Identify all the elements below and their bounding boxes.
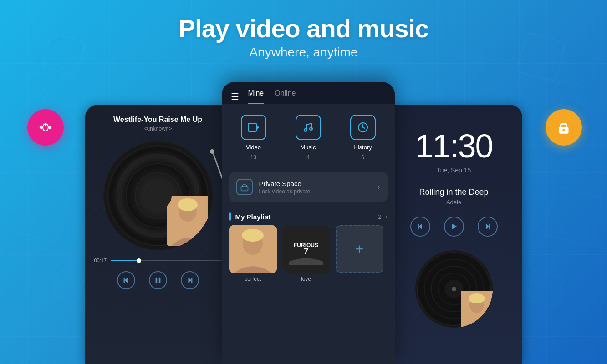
phones-container: Westlife-You Raise Me Up <unknown> bbox=[76, 82, 531, 364]
gesture-float-icon[interactable] bbox=[27, 109, 64, 146]
right-play-button[interactable] bbox=[444, 217, 464, 237]
playlist-chevron-icon[interactable]: › bbox=[385, 213, 388, 220]
svg-rect-19 bbox=[248, 123, 256, 131]
svg-marker-34 bbox=[486, 224, 489, 230]
lock-float-icon[interactable] bbox=[546, 109, 582, 146]
music-label: Music bbox=[301, 144, 316, 151]
video-count: 13 bbox=[250, 154, 256, 161]
svg-point-41 bbox=[452, 287, 456, 291]
svg-text:7: 7 bbox=[303, 247, 308, 256]
history-icon bbox=[357, 121, 369, 134]
right-artist: Adele bbox=[386, 199, 522, 206]
pause-icon bbox=[154, 276, 162, 284]
video-section[interactable]: Video 13 bbox=[241, 115, 266, 161]
gesture-icon bbox=[37, 119, 54, 136]
svg-marker-31 bbox=[418, 224, 422, 230]
playlist-item-img-love: FURIOUS 7 bbox=[282, 225, 330, 273]
center-tabs: Mine Online bbox=[248, 89, 386, 104]
left-phone: Westlife-You Raise Me Up <unknown> bbox=[85, 105, 231, 364]
lock-icon bbox=[555, 119, 572, 136]
history-section[interactable]: History 6 bbox=[350, 115, 376, 161]
svg-point-12 bbox=[178, 198, 198, 211]
right-time: 11:30 bbox=[386, 105, 522, 165]
svg-point-9 bbox=[155, 193, 161, 198]
svg-point-21 bbox=[304, 129, 307, 131]
right-next-button[interactable] bbox=[478, 217, 498, 237]
history-label: History bbox=[353, 144, 372, 151]
svg-point-3 bbox=[562, 129, 565, 131]
left-song-artist: <unknown> bbox=[85, 126, 231, 132]
private-lock-icon bbox=[236, 179, 253, 195]
svg-point-27 bbox=[242, 229, 264, 242]
playlist-item-add[interactable]: + bbox=[336, 225, 383, 282]
playlist-title: My Playlist bbox=[235, 213, 378, 221]
perfect-img bbox=[229, 225, 277, 273]
music-count: 4 bbox=[306, 154, 310, 161]
private-subtitle: Lock video as private bbox=[259, 188, 372, 195]
svg-marker-13 bbox=[124, 278, 128, 283]
svg-rect-24 bbox=[241, 187, 248, 191]
svg-rect-15 bbox=[155, 278, 157, 283]
lock-icon-small bbox=[240, 182, 249, 192]
video-icon-circle bbox=[241, 115, 266, 140]
music-section[interactable]: Music 4 bbox=[296, 115, 321, 161]
music-icon bbox=[302, 121, 315, 134]
media-icons-row: Video 13 Music 4 bbox=[222, 104, 395, 168]
left-pause-button[interactable] bbox=[149, 271, 167, 289]
left-controls bbox=[85, 267, 231, 294]
love-label: love bbox=[282, 276, 330, 282]
svg-point-44 bbox=[469, 293, 485, 303]
right-vinyl bbox=[415, 250, 493, 328]
right-play-icon bbox=[450, 222, 458, 231]
add-icon: + bbox=[336, 225, 383, 273]
tab-online[interactable]: Online bbox=[275, 89, 296, 104]
left-prev-button[interactable] bbox=[117, 271, 135, 289]
playlist-add-btn[interactable]: + bbox=[336, 225, 383, 273]
prev-icon bbox=[122, 276, 130, 284]
right-date: Tue, Sep 15 bbox=[386, 167, 522, 174]
svg-marker-20 bbox=[257, 126, 259, 129]
left-progress-track[interactable] bbox=[111, 260, 221, 261]
private-chevron-icon: › bbox=[377, 183, 380, 191]
left-time: 00:17 bbox=[94, 258, 107, 263]
left-progress: 00:17 bbox=[85, 250, 231, 267]
private-text: Private Space Lock video as private bbox=[259, 180, 372, 195]
playlist-item-love[interactable]: FURIOUS 7 love bbox=[282, 225, 330, 282]
history-count: 6 bbox=[361, 154, 364, 161]
svg-rect-16 bbox=[158, 278, 160, 283]
right-prev-icon bbox=[416, 222, 424, 231]
playlist-bar bbox=[229, 212, 231, 221]
perfect-album-art bbox=[229, 225, 277, 273]
tab-mine[interactable]: Mine bbox=[248, 89, 264, 104]
right-phone: 11:30 Tue, Sep 15 Rolling in the Deep Ad… bbox=[386, 105, 522, 364]
right-prev-button[interactable] bbox=[410, 217, 430, 237]
perfect-label: perfect bbox=[229, 276, 277, 282]
video-icon bbox=[247, 121, 260, 134]
svg-point-8 bbox=[144, 182, 172, 209]
furious7-album-art: FURIOUS 7 bbox=[282, 225, 330, 273]
music-icon-circle bbox=[296, 115, 321, 140]
right-person-silhouette bbox=[461, 291, 493, 328]
left-vinyl-area bbox=[85, 141, 231, 250]
love-img: FURIOUS 7 bbox=[282, 225, 330, 273]
right-album-art bbox=[461, 291, 493, 328]
left-vinyl bbox=[103, 141, 213, 250]
hamburger-button[interactable]: ☰ bbox=[231, 91, 239, 102]
left-progress-dot bbox=[137, 258, 141, 263]
history-icon-circle bbox=[350, 115, 376, 140]
header-title: Play video and music bbox=[0, 14, 607, 43]
needle-circle bbox=[210, 149, 214, 154]
center-phone: ☰ Mine Online Video 13 bbox=[222, 82, 395, 364]
right-vinyl-wrap bbox=[386, 250, 522, 328]
svg-rect-35 bbox=[489, 224, 490, 230]
right-controls bbox=[386, 206, 522, 246]
svg-rect-18 bbox=[191, 278, 192, 283]
playlist-item-perfect[interactable]: perfect bbox=[229, 225, 277, 282]
private-title: Private Space bbox=[259, 180, 372, 187]
right-album-art-img bbox=[461, 291, 493, 328]
playlist-items: perfect FURIOUS 7 love bbox=[222, 225, 395, 282]
svg-marker-33 bbox=[452, 224, 457, 230]
private-space-button[interactable]: Private Space Lock video as private › bbox=[229, 172, 388, 202]
playlist-item-img-perfect bbox=[229, 225, 277, 273]
left-next-button[interactable] bbox=[181, 271, 199, 289]
